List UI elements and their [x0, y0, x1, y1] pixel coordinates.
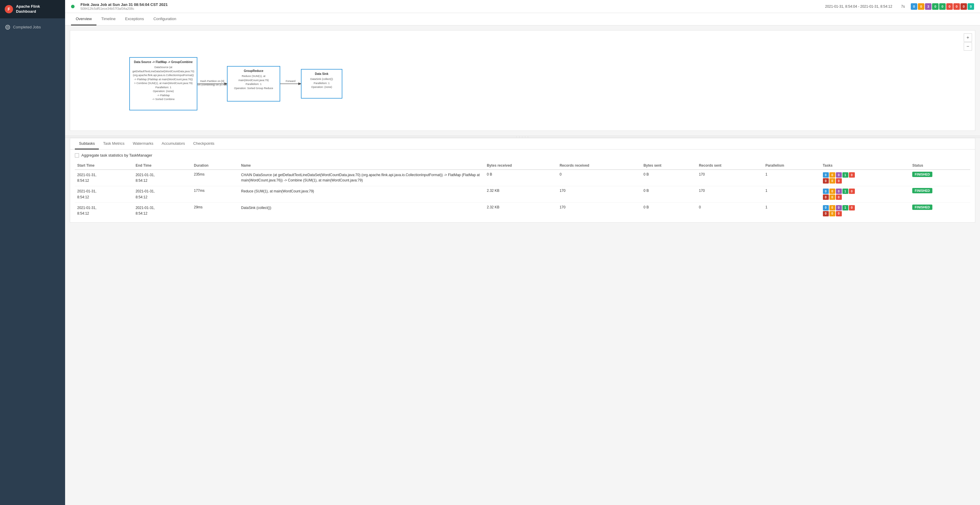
- top-tab-exceptions[interactable]: Exceptions: [121, 13, 149, 25]
- app-title: Apache Flink Dashboard: [16, 4, 60, 14]
- bytes-received: 0 B: [484, 170, 557, 186]
- task-badge: 0: [849, 172, 855, 178]
- task-badge: 0: [849, 205, 855, 210]
- task-badge: 0: [829, 205, 835, 210]
- task-badge: 0: [823, 172, 829, 178]
- bytes-received: 2.32 KB: [484, 202, 557, 219]
- col-header: End Time: [133, 162, 191, 170]
- task-badge: 0: [829, 211, 835, 217]
- top-bar: Flink Java Job at Sun Jan 31 08:54:04 CS…: [65, 0, 980, 13]
- sidebar-nav: Completed Jobs: [0, 18, 65, 36]
- bottom-tabs: SubtasksTask MetricsWatermarksAccumulato…: [70, 138, 975, 150]
- sidebar-header: F Apache Flink Dashboard: [0, 0, 65, 18]
- end-time: 2021-01-31, 8:54:12: [133, 202, 191, 219]
- task-status: FINISHED: [910, 186, 970, 202]
- svg-point-0: [7, 26, 9, 28]
- task-badge: 0: [836, 211, 842, 217]
- parallelism: 1: [763, 202, 821, 219]
- task-badge: 0: [823, 188, 829, 194]
- start-time: 2021-01-31, 8:54:12: [75, 170, 133, 186]
- records-sent: 0: [697, 202, 763, 219]
- main-content: Flink Java Job at Sun Jan 31 08:54:04 CS…: [65, 0, 980, 505]
- col-header: Tasks: [821, 162, 910, 170]
- task-badge: 1: [842, 188, 848, 194]
- start-time: 2021-01-31, 8:54:12: [75, 186, 133, 202]
- node-detail: Reduce (SUM(1), at main(WordCount.java:7…: [230, 74, 277, 90]
- status-badge-badge-deploying: 3: [925, 3, 931, 10]
- task-badge: 0: [836, 178, 842, 183]
- bottom-tab-checkpoints[interactable]: Checkpoints: [189, 138, 219, 150]
- task-badge: 0: [823, 178, 829, 183]
- task-badge: 0: [829, 172, 835, 178]
- records-received: 0: [557, 170, 641, 186]
- col-header: Name: [239, 162, 484, 170]
- sidebar-item-completed-jobs[interactable]: Completed Jobs: [0, 22, 65, 33]
- col-header: Records received: [557, 162, 641, 170]
- panel-resizer[interactable]: · · · · ·: [65, 135, 980, 138]
- job-id: 508412fc5df51ece34b57f3af34a208c: [81, 7, 819, 10]
- content-area: + − Hash Partition on [0]Sort (combining…: [65, 25, 980, 505]
- job-info: Flink Java Job at Sun Jan 31 08:54:04 CS…: [81, 2, 819, 10]
- graph-node-node1[interactable]: Data Source -> FlatMap -> GroupCombineDa…: [129, 57, 197, 110]
- records-sent: 170: [697, 186, 763, 202]
- bottom-tab-watermarks[interactable]: Watermarks: [129, 138, 158, 150]
- job-duration: 7s: [901, 5, 905, 9]
- job-graph: + − Hash Partition on [0]Sort (combining…: [70, 30, 975, 131]
- task-badge: 0: [823, 194, 829, 200]
- top-tabs: OverviewTimelineExceptionsConfiguration: [65, 13, 980, 25]
- bottom-tab-task-metrics[interactable]: Task Metrics: [99, 138, 129, 150]
- task-badge: 0: [836, 172, 842, 178]
- status-badge-badge-canceled: 0: [953, 3, 960, 10]
- bottom-tab-accumulators[interactable]: Accumulators: [158, 138, 189, 150]
- aggregate-checkbox[interactable]: [75, 153, 79, 158]
- job-status-indicator: [71, 5, 75, 8]
- app-logo: F: [5, 5, 13, 13]
- task-badge: 0: [823, 205, 829, 210]
- task-status-badges: 00010000: [821, 186, 910, 202]
- col-header: Records sent: [697, 162, 763, 170]
- table-area: Aggregate task statistics by TaskManager…: [70, 150, 975, 222]
- finished-badge: FINISHED: [912, 188, 932, 193]
- graph-node-node2[interactable]: GroupReduceReduce (SUM(1), at main(WordC…: [227, 66, 280, 102]
- duration: 177ms: [191, 186, 239, 202]
- top-tab-overview[interactable]: Overview: [71, 13, 97, 25]
- svg-text:Forward: Forward: [286, 80, 295, 83]
- end-time: 2021-01-31, 8:54:12: [133, 186, 191, 202]
- end-time: 2021-01-31, 8:54:12: [133, 170, 191, 186]
- job-title: Flink Java Job at Sun Jan 31 08:54:04 CS…: [81, 2, 819, 7]
- top-tab-timeline[interactable]: Timeline: [97, 13, 121, 25]
- task-badge: 0: [829, 178, 835, 183]
- records-received: 170: [557, 202, 641, 219]
- task-status: FINISHED: [910, 170, 970, 186]
- finished-badge: FINISHED: [912, 204, 932, 210]
- table-row: 2021-01-31, 8:54:122021-01-31, 8:54:1229…: [75, 202, 970, 219]
- records-received: 170: [557, 186, 641, 202]
- graph-canvas: Hash Partition on [0]Sort (combining) on…: [70, 30, 975, 131]
- col-header: Status: [910, 162, 970, 170]
- sidebar-item-label: Completed Jobs: [13, 25, 41, 29]
- task-badge: 0: [836, 194, 842, 200]
- col-header: Bytes received: [484, 162, 557, 170]
- graph-node-node3[interactable]: Data SinkDataSink (collect()) Parallelis…: [301, 69, 342, 99]
- svg-text:Hash Partition on [0]Sort (com: Hash Partition on [0]Sort (combining) on…: [196, 80, 229, 86]
- table-header: Start TimeEnd TimeDurationNameBytes rece…: [75, 162, 970, 170]
- node-label: GroupReduce: [230, 69, 277, 73]
- node-label: Data Sink: [304, 72, 339, 76]
- bottom-panel: SubtasksTask MetricsWatermarksAccumulato…: [70, 138, 975, 223]
- task-name: DataSink (collect()): [239, 202, 484, 219]
- bytes-sent: 0 B: [641, 170, 697, 186]
- bytes-received: 2.32 KB: [484, 186, 557, 202]
- task-badge: 0: [829, 188, 835, 194]
- top-tab-configuration[interactable]: Configuration: [148, 13, 181, 25]
- task-badge: 0: [836, 205, 842, 210]
- task-badge: 1: [842, 172, 848, 178]
- node-detail: DataSink (collect()) Parallelism: 1 Oper…: [304, 77, 339, 89]
- bottom-tab-subtasks[interactable]: Subtasks: [75, 138, 99, 150]
- status-badge-badge-failed: 0: [961, 3, 967, 10]
- graph-arrows: Hash Partition on [0]Sort (combining) on…: [70, 30, 975, 131]
- duration: 29ms: [191, 202, 239, 219]
- col-header: Duration: [191, 162, 239, 170]
- start-time: 2021-01-31, 8:54:12: [75, 202, 133, 219]
- subtasks-table: Start TimeEnd TimeDurationNameBytes rece…: [75, 162, 970, 219]
- task-badge: 0: [849, 188, 855, 194]
